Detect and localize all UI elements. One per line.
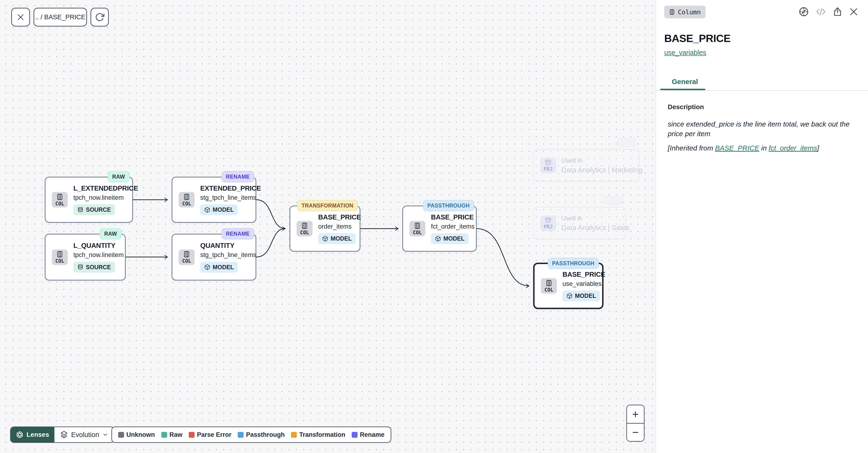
zoom-in-icon: + (632, 408, 639, 421)
chip-label: COL (55, 201, 64, 206)
zoom-out-button[interactable]: − (627, 424, 644, 441)
inherited-suffix: ] (817, 144, 819, 152)
aperture-icon (16, 431, 24, 438)
chip-label: COL (413, 230, 422, 235)
node-base-price-order-items[interactable]: TRANSFORMATION COL BASE_PRICE order_item… (289, 206, 361, 252)
node-l-extendedprice[interactable]: RAW COL L_EXTENDEDPRICE tpch_now.lineite… (45, 177, 133, 223)
ghost-node-used-in-sales[interactable]: PRJ Used In Data Analytics | Sales (533, 207, 626, 239)
node-subtitle: stg_tpch_line_items (200, 251, 256, 259)
chip-label: COL (300, 230, 309, 235)
edge-type-badge: PASSTHROUGH (423, 200, 474, 211)
project-name: Data Analytics | Sales (561, 224, 625, 232)
legend-item-transformation: Transformation (291, 431, 345, 438)
legend-item-unknown: Unknown (118, 431, 155, 438)
node-title: L_EXTENDEDPRICE (73, 185, 138, 192)
node-extended-price[interactable]: RENAME COL EXTENDED_PRICE stg_tpch_line_… (172, 177, 256, 223)
refresh-button[interactable] (91, 8, 109, 27)
archive-icon (545, 217, 552, 224)
description-section: Description since extended_price is the … (668, 103, 854, 152)
node-subtitle: order_items (318, 223, 352, 230)
pill-label: MODEL (213, 206, 234, 213)
lineage-app: PRJ Used In Data Analytics | Marketing P… (0, 0, 868, 453)
layers-icon (60, 431, 68, 439)
edge-type-legend: Unknown Raw Parse Error Passthrough Tran… (112, 426, 391, 443)
breadcrumb-label: .. / BASE_PRICE (35, 13, 86, 21)
close-icon (17, 13, 25, 21)
zoom-controls: + − (626, 405, 645, 442)
zoom-in-button[interactable]: + (627, 405, 644, 423)
node-l-quantity[interactable]: RAW COL L_QUANTITY tpch_now.lineitem SOU… (45, 234, 126, 281)
inherited-column-link[interactable]: BASE_PRICE (715, 144, 759, 152)
description-body: since extended_price is the line item to… (668, 119, 854, 139)
chip-label: COL (545, 287, 553, 293)
lens-selector-dropdown[interactable]: Evolution (54, 427, 114, 442)
share-icon (832, 6, 843, 17)
column-type-chip: COL (409, 221, 425, 236)
node-title: BASE_PRICE (318, 214, 361, 221)
node-subtitle: fct_order_items (431, 223, 474, 230)
node-base-price-use-variables[interactable]: PASSTHROUGH COL BASE_PRICE use_variables… (533, 263, 603, 309)
breadcrumb[interactable]: .. / BASE_PRICE (34, 8, 87, 27)
refresh-icon (95, 12, 104, 22)
model-pill: MODEL (562, 290, 600, 301)
model-pill: MODEL (318, 233, 356, 244)
inherited-note: [Inherited from BASE_PRICE in fct_order_… (668, 144, 854, 152)
lenses-button[interactable]: Lenses (11, 427, 54, 442)
edge-fct-order-items-to-use-variables (477, 229, 529, 286)
chip-label: PRJ (544, 166, 553, 172)
node-subtitle: tpch_now.lineitem (73, 194, 124, 201)
close-panel-button[interactable] (849, 7, 859, 17)
explore-button[interactable] (798, 6, 809, 17)
model-pill: MODEL (431, 233, 468, 244)
database-icon (78, 264, 84, 270)
pill-label: MODEL (213, 264, 234, 271)
edge-type-badge: PASSTHROUGH (548, 258, 599, 269)
columns-icon (414, 222, 421, 230)
node-quantity[interactable]: RENAME COL QUANTITY stg_tpch_line_items … (172, 234, 256, 281)
ghost-node-used-in-marketing[interactable]: PRJ Used In Data Analytics | Marketing (533, 149, 640, 182)
chip-label: PRJ (544, 224, 553, 230)
model-pill: MODEL (200, 262, 238, 273)
legend-swatch (352, 432, 358, 438)
inherited-mid: in (759, 144, 769, 152)
chip-label: COL (182, 201, 191, 206)
archive-icon (545, 159, 552, 166)
project-type-chip: PRJ (540, 216, 556, 231)
project-type-chip: PRJ (540, 158, 556, 173)
cube-icon (204, 207, 210, 213)
legend-item-passthrough: Passthrough (238, 431, 285, 438)
page-title: BASE_PRICE (664, 32, 731, 45)
view-code-button[interactable] (815, 6, 826, 17)
divider (656, 90, 868, 91)
column-type-chip: COL (52, 192, 68, 207)
node-title: BASE_PRICE (431, 214, 474, 221)
edge-type-badge: RENAME (222, 171, 254, 182)
node-title: L_QUANTITY (73, 242, 115, 250)
legend-item-raw: Raw (161, 431, 183, 438)
model-link[interactable]: use_variables (664, 49, 706, 57)
share-button[interactable] (832, 6, 843, 17)
node-base-price-fct-order-items[interactable]: PASSTHROUGH COL BASE_PRICE fct_order_ite… (402, 206, 477, 252)
close-lineage-button[interactable] (11, 8, 30, 27)
chip-label: COL (55, 258, 64, 264)
tab-general[interactable]: General (672, 78, 698, 86)
ghost-badge (603, 196, 623, 205)
cube-icon (435, 236, 441, 242)
node-subtitle: tpch_now.lineitem (73, 251, 124, 259)
chevron-down-icon (102, 432, 108, 437)
source-pill: SOURCE (73, 204, 115, 215)
cube-icon (204, 264, 210, 270)
edge-type-badge: TRANSFORMATION (297, 200, 358, 211)
legend-swatch (238, 432, 244, 438)
compass-icon (798, 6, 809, 17)
node-title: EXTENDED_PRICE (200, 185, 261, 192)
inherited-model-link[interactable]: fct_order_items (769, 144, 817, 152)
columns-icon (56, 193, 63, 201)
edge-extended-price-to-order-items (256, 200, 286, 229)
cube-icon (322, 236, 328, 242)
legend-swatch (161, 432, 167, 438)
columns-icon (56, 250, 63, 258)
node-subtitle: stg_tpch_line_items (200, 194, 256, 201)
edge-type-badge: RAW (100, 228, 121, 239)
description-heading: Description (668, 103, 854, 111)
